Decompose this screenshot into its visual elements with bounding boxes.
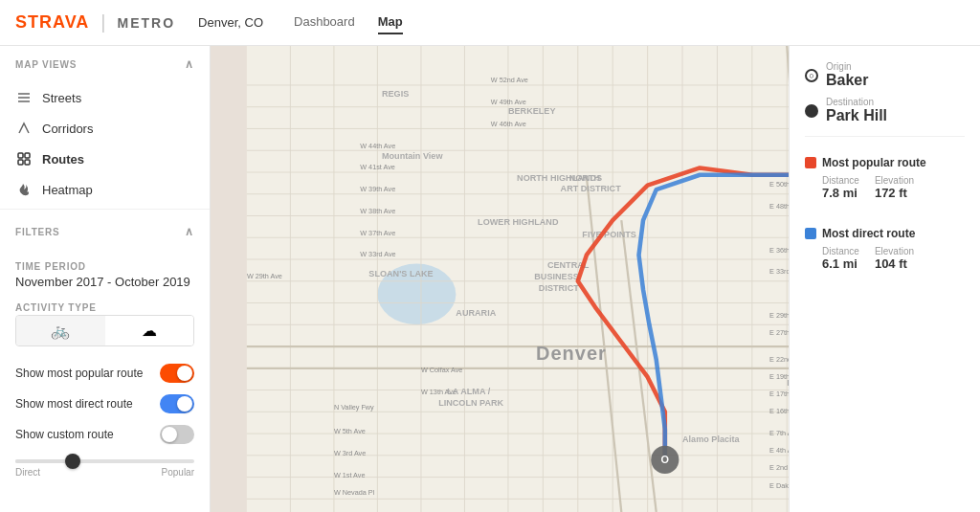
svg-text:BUSINESS: BUSINESS xyxy=(534,272,579,281)
direct-elevation-value: 104 ft xyxy=(875,256,914,271)
popular-elevation-stat: Elevation 172 ft xyxy=(875,175,914,200)
svg-text:FIVE POINTS: FIVE POINTS xyxy=(582,230,636,239)
direct-distance-stat: Distance 6.1 mi xyxy=(822,246,859,271)
direct-route-dot xyxy=(805,228,816,239)
svg-text:DISTRICT: DISTRICT xyxy=(539,283,579,293)
origin-info: Origin Baker xyxy=(826,61,868,89)
origin-label: Origin xyxy=(826,61,868,72)
svg-text:LA ALMA /: LA ALMA / xyxy=(447,387,490,396)
svg-rect-1 xyxy=(25,153,30,158)
popular-elevation-value: 172 ft xyxy=(875,186,914,200)
popular-route-stats: Distance 7.8 mi Elevation 172 ft xyxy=(805,175,965,200)
svg-rect-2 xyxy=(18,160,23,165)
map-views-header: MAP VIEWS ∧ xyxy=(15,57,194,71)
toggle-custom-label: Show custom route xyxy=(15,428,114,441)
svg-text:BERKELEY: BERKELEY xyxy=(508,106,556,116)
map-area[interactable]: W 52nd Ave W 49th Ave W 46th Ave W 44th … xyxy=(211,46,980,512)
tab-dashboard[interactable]: Dashboard xyxy=(294,11,355,34)
origin-row: ○ Origin Baker xyxy=(805,61,965,89)
filters-section-header: FILTERS ∧ xyxy=(0,213,210,250)
svg-text:W 52nd Ave: W 52nd Ave xyxy=(491,76,528,84)
svg-text:LOWER HIGHLAND: LOWER HIGHLAND xyxy=(478,217,559,227)
filters-content: Time period November 2017 - October 2019… xyxy=(0,261,210,478)
slider-track[interactable] xyxy=(15,459,194,463)
logo-divider: | xyxy=(100,11,105,33)
heatmap-label: Heatmap xyxy=(42,183,93,197)
activity-type-selector: 🚲 ☁ xyxy=(15,315,194,346)
logo: STRAVA | METRO xyxy=(15,11,175,33)
activity-bike-btn[interactable]: 🚲 xyxy=(16,316,105,345)
svg-text:W 37th Ave: W 37th Ave xyxy=(360,229,395,237)
svg-text:W 1st Ave: W 1st Ave xyxy=(334,471,366,479)
direct-elevation-stat: Elevation 104 ft xyxy=(875,246,914,271)
svg-text:W 5th Ave: W 5th Ave xyxy=(334,427,366,435)
map-views-chevron[interactable]: ∧ xyxy=(185,57,194,71)
svg-text:W 39th Ave: W 39th Ave xyxy=(360,185,395,193)
svg-text:AURARIA: AURARIA xyxy=(456,308,496,318)
sidebar-item-corridors[interactable]: Corridors xyxy=(0,113,210,144)
routes-label: Routes xyxy=(42,152,84,167)
tab-map[interactable]: Map xyxy=(378,11,403,34)
origin-name: Baker xyxy=(826,72,868,89)
direct-route-card: Most direct route Distance 6.1 mi Elevat… xyxy=(805,219,965,278)
toggle-direct-row: Show most direct route xyxy=(15,389,194,419)
svg-text:W Nevada Pl: W Nevada Pl xyxy=(334,488,375,497)
corridors-label: Corridors xyxy=(42,122,93,136)
sidebar-item-streets[interactable]: Streets xyxy=(0,82,210,113)
slider-popular-label: Popular xyxy=(162,467,194,478)
slider-direct-label: Direct xyxy=(15,467,40,478)
toggle-popular[interactable] xyxy=(160,364,194,383)
svg-text:W 33rd Ave: W 33rd Ave xyxy=(360,250,395,258)
streets-icon xyxy=(15,89,33,106)
routes-icon xyxy=(15,150,33,167)
filters-label: FILTERS xyxy=(15,227,60,237)
svg-text:W 38th Ave: W 38th Ave xyxy=(360,207,395,215)
svg-text:ART DISTRICT: ART DISTRICT xyxy=(561,184,622,193)
logo-metro: METRO xyxy=(118,15,176,31)
direct-route-stats: Distance 6.1 mi Elevation 104 ft xyxy=(805,246,965,271)
main-layout: MAP VIEWS ∧ Streets Corridors xyxy=(0,46,980,512)
destination-info: Destination Park Hill xyxy=(826,97,887,124)
svg-text:Alamo Placita: Alamo Placita xyxy=(682,434,741,444)
popular-route-title: Most popular route xyxy=(822,156,926,169)
logo-strava: STRAVA xyxy=(15,12,89,33)
activity-run-btn[interactable]: ☁ xyxy=(105,316,194,345)
popular-elevation-label: Elevation xyxy=(875,175,914,186)
sidebar-divider xyxy=(0,209,210,210)
svg-text:W 46th Ave: W 46th Ave xyxy=(491,120,526,128)
info-panel: ○ Origin Baker Destination Park Hill xyxy=(789,46,980,512)
time-period-value: November 2017 - October 2019 xyxy=(15,274,194,291)
destination-row: Destination Park Hill xyxy=(805,97,965,124)
toggle-direct[interactable] xyxy=(160,394,194,413)
sidebar-item-heatmap[interactable]: Heatmap xyxy=(0,174,210,205)
heatmap-icon xyxy=(15,181,33,198)
svg-text:W 49th Ave: W 49th Ave xyxy=(491,98,526,106)
svg-text:SLOAN'S LAKE: SLOAN'S LAKE xyxy=(368,269,433,278)
direct-route-header: Most direct route xyxy=(805,227,965,240)
toggle-custom[interactable] xyxy=(160,425,194,444)
popular-route-dot xyxy=(805,157,816,168)
svg-text:W 44th Ave: W 44th Ave xyxy=(360,142,395,150)
route-slider: Direct Popular xyxy=(15,459,194,478)
popular-route-card: Most popular route Distance 7.8 mi Eleva… xyxy=(805,148,965,208)
direct-route-title: Most direct route xyxy=(822,227,915,240)
destination-icon xyxy=(805,104,818,118)
direct-elevation-label: Elevation xyxy=(875,246,914,256)
activity-type-label: Activity type xyxy=(15,302,194,313)
origin-dest-section: ○ Origin Baker Destination Park Hill xyxy=(805,61,965,137)
svg-text:O: O xyxy=(661,454,670,465)
sidebar-item-routes[interactable]: Routes xyxy=(0,144,210,174)
svg-rect-3 xyxy=(25,160,30,165)
direct-distance-label: Distance xyxy=(822,246,859,256)
svg-text:W Colfax Ave: W Colfax Ave xyxy=(421,366,462,374)
destination-name: Park Hill xyxy=(826,107,887,124)
filters-chevron[interactable]: ∧ xyxy=(185,225,194,238)
popular-distance-stat: Distance 7.8 mi xyxy=(822,175,859,200)
direct-distance-value: 6.1 mi xyxy=(822,256,859,271)
svg-text:W 3rd Ave: W 3rd Ave xyxy=(334,449,366,457)
sidebar: MAP VIEWS ∧ Streets Corridors xyxy=(0,46,211,512)
slider-labels: Direct Popular xyxy=(15,467,194,478)
svg-text:REGIS: REGIS xyxy=(382,89,409,99)
destination-label: Destination xyxy=(826,97,887,107)
header: STRAVA | METRO Denver, CO Dashboard Map xyxy=(0,0,980,46)
